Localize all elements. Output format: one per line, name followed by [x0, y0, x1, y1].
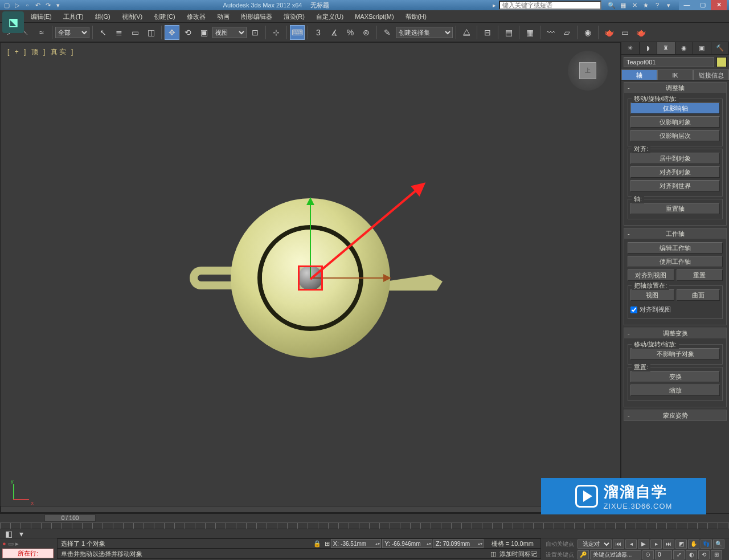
- btn-affect-hierarchy-only[interactable]: 仅影响层次: [630, 130, 720, 141]
- btn-edit-working-pivot[interactable]: 编辑工作轴: [628, 242, 723, 254]
- nav-walk-icon[interactable]: 👣: [701, 539, 712, 549]
- btn-align-to-world[interactable]: 对齐到世界: [630, 180, 720, 191]
- qat-save-icon[interactable]: ▫: [23, 1, 32, 10]
- menu-animation[interactable]: 动画: [211, 10, 235, 23]
- rollout-adjust-pivot-header[interactable]: 调整轴: [624, 83, 726, 93]
- rollout-adjust-transform-header[interactable]: 调整变换: [624, 328, 726, 338]
- prev-frame-icon[interactable]: ◂: [625, 539, 637, 549]
- menu-edit[interactable]: 编辑(E): [25, 10, 58, 23]
- material-editor-icon[interactable]: ◉: [580, 25, 595, 40]
- menu-group[interactable]: 组(G): [89, 10, 116, 23]
- qat-dropdown-icon[interactable]: ▾: [54, 1, 63, 10]
- btn-align-to-view[interactable]: 对齐到视图: [628, 269, 674, 281]
- graphite-tools-icon[interactable]: ▦: [522, 25, 537, 40]
- nav-pan-icon[interactable]: ✋: [688, 539, 699, 549]
- angle-snap-icon[interactable]: ∡: [327, 25, 342, 40]
- favorite-icon[interactable]: ★: [641, 1, 650, 10]
- menu-create[interactable]: 创建(C): [148, 10, 181, 23]
- close-button[interactable]: ✕: [711, 0, 727, 10]
- track-bar[interactable]: [0, 522, 729, 529]
- menu-maxscript[interactable]: MAXScript(M): [349, 10, 399, 23]
- nav-maximize-icon[interactable]: ⊞: [711, 550, 722, 559]
- layer-manager-icon[interactable]: ▤: [501, 25, 516, 40]
- viewcube-face[interactable]: 上: [579, 62, 596, 79]
- auto-key-button[interactable]: 自动关键点: [543, 540, 576, 548]
- maximize-button[interactable]: ▢: [695, 0, 711, 10]
- btn-place-view[interactable]: 视图: [630, 289, 674, 301]
- chk-align-to-view[interactable]: [630, 306, 637, 313]
- qat-undo-icon[interactable]: ↶: [33, 1, 42, 10]
- trackbar-toggle-icon[interactable]: ◧: [3, 530, 14, 538]
- select-by-name-icon[interactable]: ≣: [112, 25, 126, 40]
- btn-reset-scale[interactable]: 缩放: [630, 385, 720, 396]
- menu-graph-editors[interactable]: 图形编辑器: [235, 10, 278, 23]
- help-icon[interactable]: ?: [653, 1, 662, 10]
- select-manipulate-icon[interactable]: ⊹: [269, 25, 284, 40]
- tab-create-icon[interactable]: ✳: [621, 42, 640, 54]
- script-rec-icon[interactable]: ●: [2, 540, 6, 547]
- script-run-icon[interactable]: ▸: [15, 540, 19, 547]
- qat-redo-icon[interactable]: ↷: [43, 1, 52, 10]
- menu-views[interactable]: 视图(V): [116, 10, 149, 23]
- select-object-icon[interactable]: ↖: [96, 25, 110, 40]
- window-crossing-icon[interactable]: ◫: [144, 25, 158, 40]
- select-move-icon[interactable]: ✥: [165, 25, 179, 40]
- infocenter-arrow-icon[interactable]: ▸: [490, 1, 499, 10]
- minimize-button[interactable]: —: [679, 0, 695, 10]
- set-key-button[interactable]: 设置关键点: [543, 551, 576, 559]
- help-dropdown-icon[interactable]: ▾: [664, 1, 673, 10]
- viewport-hscroll[interactable]: [1, 506, 620, 513]
- render-setup-icon[interactable]: 🫖: [601, 25, 616, 40]
- bind-spacewarp-icon[interactable]: ≈: [34, 25, 49, 40]
- btn-use-working-pivot[interactable]: 使用工作轴: [628, 256, 723, 267]
- select-scale-icon[interactable]: ▣: [196, 25, 211, 40]
- play-icon[interactable]: ▶: [638, 539, 649, 549]
- btn-dont-affect-children[interactable]: 不影响子对象: [630, 348, 720, 359]
- ref-coord-system-select[interactable]: 视图: [212, 27, 247, 38]
- set-key-icon[interactable]: 🔑: [578, 550, 589, 559]
- schematic-view-icon[interactable]: ▱: [559, 25, 574, 40]
- tab-modify-icon[interactable]: ◗: [640, 42, 658, 54]
- edit-named-selections-icon[interactable]: ✎: [380, 25, 395, 40]
- goto-start-icon[interactable]: ⏮: [613, 539, 624, 549]
- select-region-rect-icon[interactable]: ▭: [128, 25, 142, 40]
- next-frame-icon[interactable]: ▸: [650, 539, 662, 549]
- btn-reset-wp[interactable]: 重置: [677, 269, 723, 281]
- qat-new-icon[interactable]: ▢: [2, 1, 11, 10]
- render-production-icon[interactable]: 🫖: [633, 25, 648, 40]
- trackbar-filter-icon[interactable]: ▾: [16, 530, 26, 538]
- keyboard-shortcut-override-icon[interactable]: ⌨: [290, 25, 305, 40]
- search-icon[interactable]: 🔍: [607, 1, 616, 10]
- key-mode-select[interactable]: 选定对: [578, 539, 612, 549]
- viewport-top[interactable]: [ + ] 顶 ] 真实 ] 上 yx: [2, 44, 619, 512]
- coord-display-toggle-icon[interactable]: ⊞: [325, 540, 330, 547]
- subtab-ik[interactable]: IK: [657, 70, 693, 80]
- tab-utilities-icon[interactable]: 🔨: [711, 42, 730, 54]
- nav-orbit-icon[interactable]: ⟲: [698, 550, 710, 559]
- exchange-icon[interactable]: ✕: [630, 1, 639, 10]
- snap-toggle-icon[interactable]: 3: [311, 25, 326, 40]
- isolate-icon[interactable]: ◩: [675, 539, 687, 549]
- menu-modifiers[interactable]: 修改器: [181, 10, 211, 23]
- script-open-icon[interactable]: ▭: [8, 540, 14, 547]
- qat-open-icon[interactable]: ▷: [13, 1, 22, 10]
- btn-place-surface[interactable]: 曲面: [677, 289, 720, 301]
- tab-motion-icon[interactable]: ◉: [675, 42, 694, 54]
- percent-snap-icon[interactable]: %: [343, 25, 358, 40]
- time-tag-icon[interactable]: ◫: [490, 550, 496, 558]
- selection-filter-select[interactable]: 全部: [55, 27, 89, 38]
- object-name-input[interactable]: [624, 57, 714, 67]
- subscription-icon[interactable]: ▦: [619, 1, 628, 10]
- use-pivot-center-icon[interactable]: ⊡: [248, 25, 263, 40]
- select-rotate-icon[interactable]: ⟲: [181, 25, 195, 40]
- btn-affect-pivot-only[interactable]: 仅影响轴: [630, 103, 720, 114]
- nav-fov-icon[interactable]: ◐: [686, 550, 697, 559]
- goto-end-icon[interactable]: ⏭: [663, 539, 674, 549]
- current-frame-input[interactable]: [655, 550, 672, 559]
- key-filters-button[interactable]: 关键点过滤器...: [590, 550, 641, 559]
- add-time-tag-label[interactable]: 添加时间标记: [499, 550, 537, 558]
- lock-selection-icon[interactable]: 🔒: [313, 540, 321, 547]
- coord-z-field[interactable]: Z:▴▾: [433, 539, 484, 548]
- viewport-label[interactable]: [ + ] 顶 ] 真实 ]: [7, 47, 75, 57]
- nav-zoom-extents-icon[interactable]: ⤢: [673, 550, 685, 559]
